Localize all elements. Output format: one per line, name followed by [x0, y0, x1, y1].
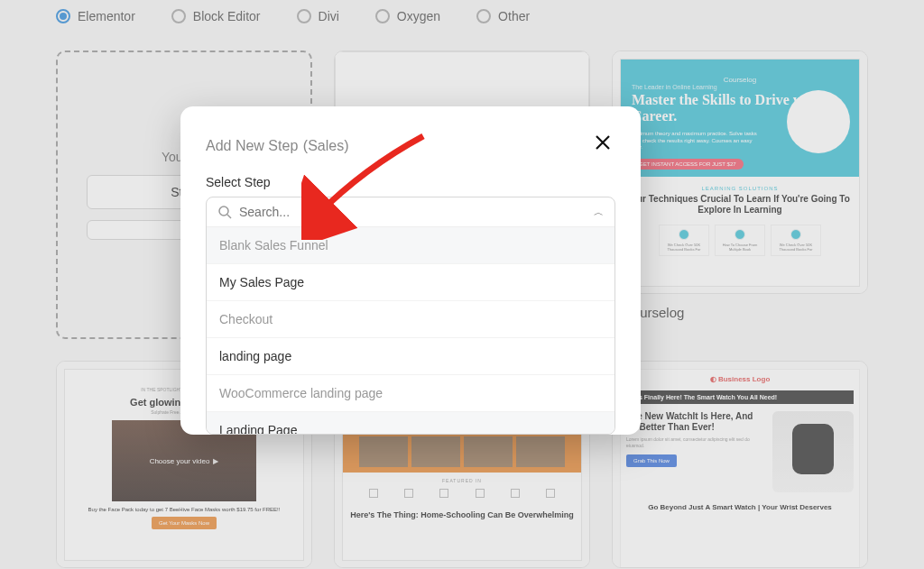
modal-context: (Sales)	[303, 138, 349, 153]
option-landing-page-2[interactable]: Landing Page	[207, 411, 614, 434]
close-button[interactable]	[590, 130, 615, 159]
option-my-sales-page[interactable]: My Sales Page	[207, 263, 614, 300]
select-step-label: Select Step	[206, 175, 615, 189]
modal-title: Add New Step (Sales)	[206, 134, 349, 155]
option-woocommerce-landing[interactable]: WooCommerce landing page	[207, 374, 614, 411]
search-icon	[217, 205, 232, 219]
option-landing-page[interactable]: landing page	[207, 337, 614, 374]
option-checkout[interactable]: Checkout	[207, 300, 614, 337]
chevron-up-icon[interactable]: ︿	[594, 206, 604, 219]
option-blank-sales-funnel[interactable]: Blank Sales Funnel	[207, 227, 614, 263]
search-input[interactable]	[239, 205, 594, 219]
combobox-options: Blank Sales Funnel My Sales Page Checkou…	[207, 226, 614, 434]
combobox-input-row[interactable]: ︿	[207, 197, 614, 226]
step-combobox: ︿ Blank Sales Funnel My Sales Page Check…	[206, 197, 615, 435]
close-icon	[594, 133, 612, 151]
add-step-modal: Add New Step (Sales) Select Step ︿ Blank…	[180, 106, 641, 435]
svg-point-0	[219, 206, 228, 216]
